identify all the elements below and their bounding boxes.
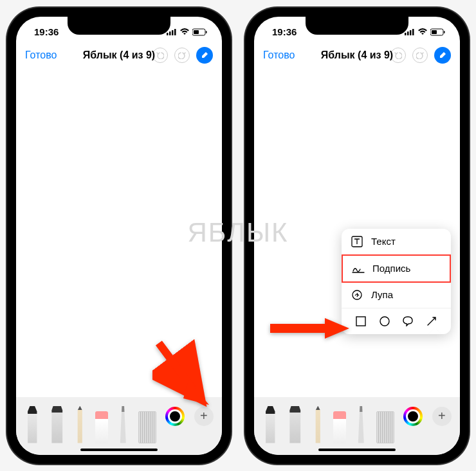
- shape-circle-button[interactable]: [378, 315, 391, 328]
- svg-line-8: [159, 343, 192, 388]
- pen-tool[interactable]: [24, 406, 40, 443]
- redo-button[interactable]: [412, 48, 428, 63]
- svg-rect-12: [412, 29, 414, 35]
- markup-toggle-button[interactable]: [434, 47, 451, 64]
- annotation-arrow: [267, 317, 351, 342]
- ruler-tool[interactable]: [138, 411, 156, 443]
- status-right: [405, 28, 446, 36]
- battery-icon: [192, 28, 208, 36]
- status-time: 19:36: [34, 26, 59, 37]
- svg-rect-5: [194, 30, 199, 34]
- add-menu-popup: Текст Подпись Лупа: [342, 229, 451, 334]
- canvas-area[interactable]: Текст Подпись Лупа: [254, 68, 460, 397]
- svg-point-19: [380, 317, 389, 326]
- annotation-arrow: [152, 337, 210, 410]
- redo-button[interactable]: [174, 48, 190, 63]
- add-button[interactable]: +: [432, 407, 452, 426]
- marker-tool[interactable]: [50, 406, 65, 443]
- shape-arrow-button[interactable]: [425, 315, 438, 328]
- pen-tool[interactable]: [262, 406, 278, 443]
- iphone-frame-right: 19:36 Готово Яблык (4 из 9): [245, 8, 469, 464]
- svg-rect-2: [172, 30, 174, 35]
- eraser-tool[interactable]: [333, 411, 346, 443]
- home-indicator[interactable]: [318, 449, 396, 451]
- text-icon: [351, 235, 363, 248]
- lasso-tool[interactable]: [355, 406, 367, 443]
- markup-toolbar: +: [254, 397, 460, 455]
- home-indicator[interactable]: [80, 449, 158, 451]
- svg-point-17: [352, 290, 362, 299]
- svg-rect-1: [169, 31, 171, 35]
- page-title: Яблык (4 из 9): [83, 49, 155, 61]
- svg-rect-6: [206, 31, 207, 33]
- menu-item-text[interactable]: Текст: [342, 229, 451, 255]
- menu-label: Подпись: [372, 263, 410, 274]
- done-button[interactable]: Готово: [263, 49, 295, 61]
- signature-icon: [352, 262, 365, 275]
- pencil-tool[interactable]: [74, 406, 86, 443]
- svg-rect-14: [432, 30, 437, 34]
- status-right: [167, 28, 208, 36]
- svg-rect-15: [444, 31, 445, 33]
- marker-tool[interactable]: [288, 406, 303, 443]
- nav-bar: Готово Яблык (4 из 9): [254, 42, 460, 68]
- iphone-frame-left: 19:36 Готово Яблык (4 из 9): [7, 8, 231, 464]
- lasso-tool[interactable]: [117, 406, 129, 443]
- menu-item-signature[interactable]: Подпись: [342, 254, 451, 283]
- menu-item-magnifier[interactable]: Лупа: [342, 282, 451, 308]
- status-time: 19:36: [272, 26, 297, 37]
- svg-rect-18: [356, 317, 365, 326]
- eraser-tool[interactable]: [95, 411, 108, 443]
- ruler-tool[interactable]: [376, 411, 394, 443]
- notch: [306, 17, 408, 35]
- nav-bar: Готово Яблык (4 из 9): [16, 42, 222, 68]
- svg-rect-9: [405, 33, 407, 35]
- svg-rect-3: [174, 29, 176, 35]
- wifi-icon: [417, 28, 428, 36]
- pencil-tool[interactable]: [312, 406, 324, 443]
- done-button[interactable]: Готово: [25, 49, 57, 61]
- page-title: Яблык (4 из 9): [321, 49, 393, 61]
- screen: 19:36 Готово Яблык (4 из 9): [16, 17, 222, 455]
- magnifier-icon: [351, 289, 363, 301]
- shape-speech-button[interactable]: [401, 315, 414, 328]
- svg-rect-10: [407, 31, 409, 35]
- markup-toggle-button[interactable]: [196, 47, 213, 64]
- notch: [68, 17, 170, 35]
- svg-rect-0: [167, 33, 169, 35]
- shape-square-button[interactable]: [354, 315, 367, 328]
- battery-icon: [430, 28, 446, 36]
- menu-label: Текст: [371, 236, 396, 247]
- wifi-icon: [179, 28, 190, 36]
- shapes-row: [342, 308, 451, 334]
- color-picker[interactable]: [403, 407, 423, 426]
- svg-rect-11: [410, 30, 412, 35]
- menu-label: Лупа: [371, 289, 393, 300]
- screen: 19:36 Готово Яблык (4 из 9): [254, 17, 460, 455]
